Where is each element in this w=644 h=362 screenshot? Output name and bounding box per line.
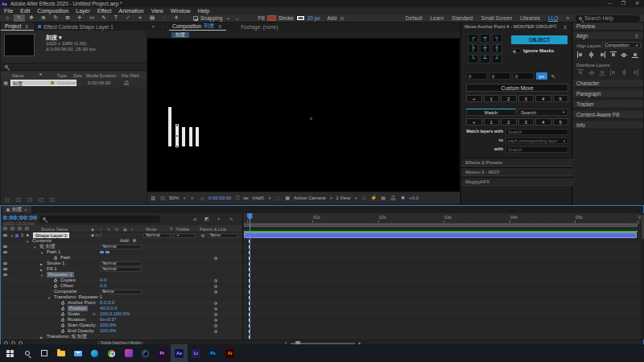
task-view[interactable] — [35, 344, 52, 362]
current-time-display[interactable]: 0:00:00:00 — [3, 214, 37, 221]
anchor-quick-button-[interactable]: + — [466, 95, 482, 102]
add-keyframe-icon[interactable] — [214, 302, 217, 305]
snapping-checkbox[interactable] — [193, 16, 198, 21]
breadcrumb[interactable]: 刻度 — [171, 32, 189, 38]
frame-blend-icon[interactable]: ◩ — [204, 216, 210, 221]
stopwatch-icon[interactable] — [61, 319, 64, 322]
custom-move-button[interactable]: Custom Move — [466, 84, 568, 92]
ignore-masks-toggle[interactable] — [511, 48, 521, 53]
anchor-position-button-8[interactable]: ┴ — [480, 55, 490, 64]
blend-mode-select[interactable]: Normal▼ — [100, 267, 142, 272]
property-name[interactable]: Path 1 — [47, 249, 60, 255]
timeline-row-position[interactable]: Position40.0,0.0 — [1, 306, 242, 311]
menu-file[interactable]: File — [4, 8, 13, 14]
distribute-bottom-icon[interactable] — [599, 69, 605, 76]
add-keyframe-icon[interactable] — [214, 285, 217, 288]
offset-input-1[interactable]: 0 — [466, 72, 487, 80]
clone-stamp-tool-icon[interactable]: ⋄ — [134, 14, 146, 22]
anchor-quick-button-5[interactable]: 5 — [553, 95, 569, 102]
panel-menu-icon[interactable]: ≡ — [217, 23, 223, 29]
graph-editor-icon[interactable]: ∿ — [228, 216, 234, 221]
puppet-pin-tool-icon[interactable]: ✳ — [171, 14, 182, 22]
match-quick-button-4[interactable]: 4 — [535, 118, 551, 125]
magnification-icon[interactable]: ◫ — [159, 195, 166, 201]
new-composition-icon[interactable]: ▢ — [38, 196, 44, 202]
anchor-position-button-1[interactable]: ┌ — [468, 34, 478, 43]
brush-tool-icon[interactable]: ∕ — [122, 14, 134, 22]
panel-preview[interactable]: Preview — [573, 23, 643, 31]
switch-column-icon-1[interactable]: ◆ — [91, 227, 94, 232]
menu-animation[interactable]: Animation — [119, 8, 144, 14]
eraser-tool-icon[interactable]: ▤ — [147, 14, 158, 22]
align-bottom-icon[interactable] — [632, 51, 638, 58]
timeline-track-area[interactable]: 0s01s02s03s04s05s06s — [242, 213, 641, 339]
property-value[interactable]: 100.0% — [100, 323, 116, 328]
property-name[interactable]: Anchor Point — [68, 300, 95, 306]
switch-column-icon-2[interactable]: ☼ — [99, 227, 103, 232]
home-tool-icon[interactable]: ⌂ — [2, 14, 13, 22]
workspace-small-screen[interactable]: Small Screen — [481, 15, 512, 21]
camera-select[interactable]: Active Camera — [294, 195, 325, 200]
delete-icon[interactable]: ▢ — [49, 196, 56, 202]
match-search-dropdown[interactable]: Search▼ — [518, 109, 568, 116]
add-keyframe-icon[interactable] — [214, 279, 217, 282]
timeline-row-transform-矩-刻度[interactable]: ▶Transform: 矩 刻度 — [1, 334, 242, 339]
roto-brush-tool-icon[interactable]: ◌ — [159, 14, 170, 22]
property-value[interactable]: 0.0 — [100, 283, 106, 289]
exposure-value[interactable]: +0.0 — [409, 195, 419, 200]
switch-column-icon-4[interactable]: fx — [115, 227, 118, 232]
property-name[interactable]: Rotation — [68, 317, 85, 323]
add-shape-icon[interactable] — [133, 239, 136, 242]
project-search-input[interactable] — [1, 63, 147, 71]
add-label[interactable]: Add: — [120, 238, 130, 244]
align-top-icon[interactable] — [610, 51, 617, 58]
align-target-select[interactable]: Composition▼ — [602, 42, 641, 48]
menu-composition[interactable]: Composition — [37, 8, 68, 14]
panel-drawer-icon[interactable]: ▪ — [150, 24, 156, 30]
property-value[interactable]: 100.0,100.0% — [100, 311, 130, 317]
anchor-position-button-9[interactable]: ┘ — [492, 55, 502, 64]
column-source-name[interactable]: Source Name — [41, 227, 68, 232]
property-name[interactable]: Stroke 1 — [47, 261, 64, 266]
chrome[interactable] — [103, 344, 120, 362]
property-name[interactable]: End Opacity — [68, 328, 94, 334]
timeline-row-shape-layer-1[interactable]: ▼1★Shape Layer 1◆ ◇ ╱Normal▼▼None▼ — [1, 232, 242, 238]
menu-edit[interactable]: Edit — [20, 8, 30, 14]
tab-footage[interactable]: Footage: (none) — [241, 24, 278, 30]
anchor-position-button-2[interactable]: ┬ — [480, 34, 490, 43]
timeline-row-scale[interactable]: Scale∞100.0,100.0% — [1, 311, 242, 317]
add-keyframe-icon[interactable] — [214, 313, 217, 316]
distribute-center-horizontal-icon[interactable] — [621, 69, 627, 76]
with-input[interactable]: Search — [506, 146, 568, 153]
property-value[interactable]: 0.0,0.0 — [100, 300, 114, 306]
stopwatch-icon[interactable] — [61, 307, 64, 311]
property-name[interactable]: Offset — [60, 283, 73, 289]
layer-duration-bar[interactable] — [244, 232, 637, 238]
column-parent-link[interactable]: Parent & Link — [200, 227, 226, 232]
pen-tool-icon[interactable]: ✎ — [98, 14, 109, 22]
to-dropdown[interactable]: each corresponding layer▼ — [506, 138, 568, 144]
align-left-icon[interactable] — [577, 51, 584, 58]
timeline-scrollbar[interactable] — [641, 213, 644, 339]
match-quick-button-2[interactable]: 2 — [501, 118, 517, 125]
premiere-pro[interactable]: Pr — [154, 344, 171, 362]
timeline-row-path-1[interactable]: ▼Path 1 — [1, 249, 242, 255]
snap-options-icon[interactable]: ⌁ — [225, 15, 231, 21]
property-name[interactable]: Fill 1 — [47, 266, 57, 272]
type-tool-icon[interactable]: T — [110, 14, 122, 22]
blend-mode-select[interactable]: Normal▼ — [100, 245, 142, 249]
viewport-timecode[interactable]: 0:00:00:00 — [208, 195, 231, 200]
property-value[interactable]: 0x+0.0° — [100, 317, 117, 323]
tag-icon[interactable]: ▢ — [15, 196, 22, 202]
panel-info[interactable]: Info — [573, 121, 643, 130]
switch-column-icon-6[interactable]: ◐ — [131, 227, 134, 232]
stopwatch-icon[interactable] — [54, 257, 57, 260]
match-layers-input[interactable]: Search — [506, 129, 568, 135]
creative-cloud[interactable] — [120, 344, 137, 362]
panel-align[interactable]: Align≡ — [573, 32, 643, 40]
timeline-row-copies[interactable]: Copies4.0 — [1, 278, 242, 283]
zoom-level[interactable]: 50% — [169, 195, 179, 200]
add-keyframe-icon[interactable] — [214, 324, 217, 327]
object-button[interactable]: OBJECT — [511, 35, 568, 44]
edge[interactable] — [86, 344, 103, 362]
